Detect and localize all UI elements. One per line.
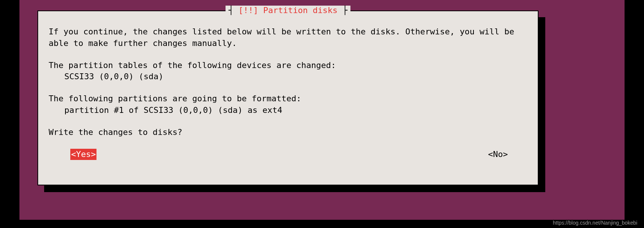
watermark: https://blog.csdn.net/Nanjing_bokebi: [553, 220, 637, 226]
dialog-content: If you continue, the changes listed belo…: [38, 11, 538, 167]
button-row: <Yes> <No>: [49, 149, 527, 160]
no-button[interactable]: <No>: [487, 149, 509, 160]
tables-changed-header: The partition tables of the following de…: [49, 60, 527, 71]
partition-dialog: [!!] Partition disks If you continue, th…: [37, 10, 539, 185]
dialog-title: [!!] Partition disks: [226, 6, 350, 15]
yes-button[interactable]: <Yes>: [70, 149, 96, 160]
confirm-question: Write the changes to disks?: [49, 127, 527, 138]
formatted-header: The following partitions are going to be…: [49, 93, 527, 105]
formatted-item: partition #1 of SCSI33 (0,0,0) (sda) as …: [49, 105, 527, 116]
intro-text: If you continue, the changes listed belo…: [49, 26, 527, 49]
tables-changed-item: SCSI33 (0,0,0) (sda): [49, 71, 527, 83]
